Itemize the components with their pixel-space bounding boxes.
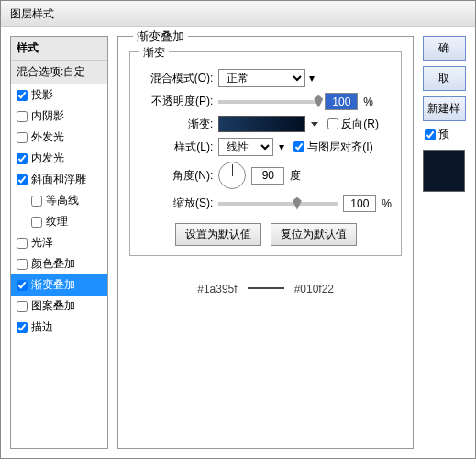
gradient-hex-note: #1a395f #010f22 — [129, 278, 402, 297]
style-label: 纹理 — [46, 214, 68, 230]
blending-options-row[interactable]: 混合选项:自定 — [11, 61, 107, 84]
style-label: 内发光 — [31, 151, 64, 166]
style-checkbox[interactable] — [31, 217, 42, 228]
styles-list-panel: 样式 混合选项:自定 投影内阴影外发光内发光斜面和浮雕等高线纹理光泽颜色叠加渐变… — [10, 36, 108, 449]
style-checkbox[interactable] — [31, 196, 42, 207]
style-item-3[interactable]: 内发光 — [11, 148, 107, 169]
style-label: 描边 — [31, 319, 53, 335]
scale-label: 缩放(S): — [139, 196, 213, 211]
style-checkbox[interactable] — [17, 111, 28, 122]
opacity-label: 不透明度(P): — [139, 94, 213, 109]
style-checkbox[interactable] — [17, 132, 28, 143]
style-item-5[interactable]: 等高线 — [11, 190, 107, 211]
panel-title: 渐变叠加 — [133, 28, 188, 45]
style-label: 颜色叠加 — [31, 256, 75, 272]
style-item-6[interactable]: 纹理 — [11, 211, 107, 232]
line-icon — [248, 287, 284, 289]
preview-check-input[interactable] — [425, 129, 436, 140]
opacity-slider[interactable] — [218, 100, 319, 104]
style-label: 外发光 — [31, 129, 64, 145]
gradient-preview[interactable] — [218, 116, 305, 132]
style-label: 光泽 — [31, 235, 53, 251]
style-label: 斜面和浮雕 — [31, 172, 86, 187]
gradient-style-select[interactable]: 线性 — [218, 138, 273, 156]
style-label: 样式(L): — [139, 140, 213, 155]
scale-input[interactable] — [343, 195, 376, 212]
style-checkbox[interactable] — [17, 90, 28, 101]
chevron-down-icon[interactable]: ▾ — [309, 72, 315, 84]
style-checkbox[interactable] — [17, 153, 28, 164]
titlebar[interactable]: 图层样式 — [1, 1, 475, 27]
dialog-content: 样式 混合选项:自定 投影内阴影外发光内发光斜面和浮雕等高线纹理光泽颜色叠加渐变… — [1, 27, 475, 458]
new-style-button[interactable]: 新建样 — [423, 96, 466, 121]
style-label: 图案叠加 — [31, 298, 75, 314]
angle-label: 角度(N): — [139, 168, 213, 184]
opacity-input[interactable] — [325, 93, 358, 110]
style-checkbox[interactable] — [17, 301, 28, 312]
hex-1: #1a395f — [197, 283, 237, 296]
style-item-10[interactable]: 图案叠加 — [11, 296, 107, 317]
style-item-8[interactable]: 颜色叠加 — [11, 253, 107, 274]
style-checkbox[interactable] — [17, 174, 28, 185]
percent-label: % — [382, 197, 392, 210]
style-checkbox[interactable] — [17, 322, 28, 333]
style-item-9[interactable]: 渐变叠加 — [11, 274, 107, 296]
angle-dial[interactable] — [218, 162, 246, 189]
style-item-4[interactable]: 斜面和浮雕 — [11, 169, 107, 190]
window-title: 图层样式 — [10, 7, 54, 20]
align-check-input[interactable] — [293, 141, 304, 152]
group-title: 渐变 — [139, 45, 169, 61]
styles-header: 样式 — [11, 37, 107, 61]
reverse-checkbox[interactable]: 反向(R) — [327, 117, 379, 132]
gradient-label: 渐变: — [139, 117, 213, 132]
chevron-down-icon[interactable]: ▾ — [279, 140, 284, 153]
scale-slider[interactable] — [218, 202, 338, 206]
style-item-11[interactable]: 描边 — [11, 317, 107, 338]
reset-default-button[interactable]: 复位为默认值 — [271, 223, 357, 246]
layer-style-dialog: 图层样式 样式 混合选项:自定 投影内阴影外发光内发光斜面和浮雕等高线纹理光泽颜… — [0, 0, 476, 459]
cancel-button[interactable]: 取 — [423, 66, 466, 91]
style-checkbox[interactable] — [17, 280, 28, 291]
style-item-7[interactable]: 光泽 — [11, 232, 107, 253]
degree-label: 度 — [290, 168, 301, 184]
blend-mode-label: 混合模式(O): — [139, 71, 213, 86]
style-item-1[interactable]: 内阴影 — [11, 106, 107, 127]
style-checkbox[interactable] — [17, 238, 28, 249]
style-label: 投影 — [31, 87, 53, 103]
blend-mode-select[interactable]: 正常 — [218, 69, 305, 87]
gradient-overlay-panel: 渐变叠加 渐变 混合模式(O): 正常 ▾ 不透明度(P): % 渐变: — [117, 36, 414, 449]
style-label: 渐变叠加 — [31, 277, 75, 293]
reverse-check-input[interactable] — [327, 118, 338, 129]
style-checkbox[interactable] — [17, 259, 28, 270]
style-item-0[interactable]: 投影 — [11, 84, 107, 106]
percent-label: % — [363, 95, 373, 108]
gradient-group: 渐变 混合模式(O): 正常 ▾ 不透明度(P): % 渐变: — [129, 51, 402, 256]
align-checkbox[interactable]: 与图层对齐(I) — [293, 140, 372, 155]
style-item-2[interactable]: 外发光 — [11, 127, 107, 148]
angle-input[interactable] — [251, 167, 284, 185]
preview-checkbox[interactable]: 预 — [425, 127, 466, 142]
set-default-button[interactable]: 设置为默认值 — [175, 223, 261, 246]
ok-button[interactable]: 确 — [423, 36, 466, 61]
style-label: 内阴影 — [31, 108, 64, 124]
style-label: 等高线 — [46, 193, 79, 208]
chevron-down-icon[interactable] — [311, 122, 318, 127]
preview-swatch — [423, 150, 465, 192]
hex-2: #010f22 — [294, 283, 334, 296]
dialog-buttons: 确 取 新建样 预 — [423, 36, 466, 449]
